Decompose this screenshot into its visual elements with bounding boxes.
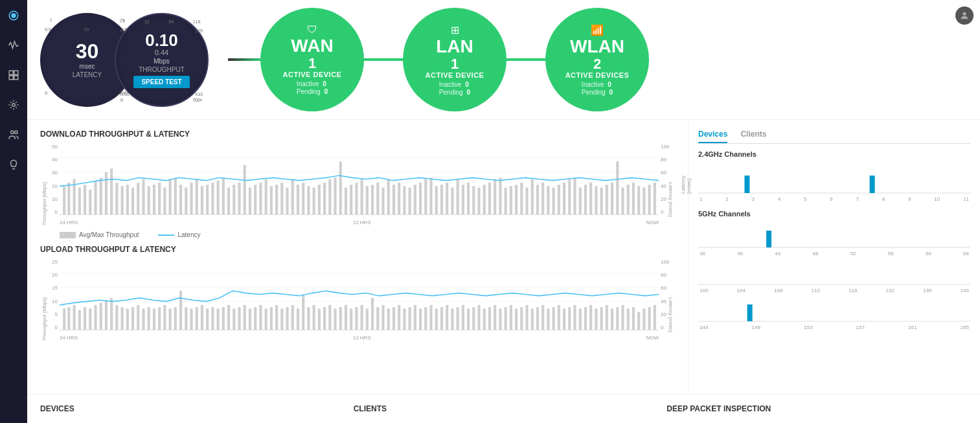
svg-rect-88 <box>462 185 464 214</box>
svg-rect-142 <box>131 307 134 330</box>
upload-chart-area <box>60 259 659 330</box>
svg-rect-144 <box>142 308 144 330</box>
bottom-dpi-title: DEEP PACKET INSPECTION <box>667 404 967 413</box>
upload-section: UPLOAD THROUGHPUT & LATENCY 25 20 15 10 … <box>40 245 675 343</box>
svg-rect-101 <box>531 179 534 215</box>
svg-rect-78 <box>409 188 411 214</box>
wan-shield-icon: 🛡 <box>307 24 317 36</box>
svg-rect-225 <box>573 305 576 330</box>
svg-rect-182 <box>345 305 347 330</box>
svg-rect-212 <box>505 307 507 330</box>
svg-rect-98 <box>515 185 518 214</box>
svg-rect-100 <box>525 188 528 214</box>
svg-rect-14 <box>67 183 70 214</box>
channels-24ghz-chart: Latency [msec] 1 2 3 4 5 6 <box>698 161 970 203</box>
download-chart-container: 50 40 30 20 10 0 100 80 60 40 20 0 <box>40 144 675 228</box>
lan-inactive: Inactive 0 <box>439 81 469 88</box>
chart-legend: Avg/Max Throughput Latency <box>60 231 675 238</box>
wan-title: WAN <box>291 37 333 55</box>
svg-rect-211 <box>499 308 501 330</box>
wlan-stats: Inactive 0 Pending 0 <box>582 81 613 96</box>
bottom-clients-title: CLIENTS <box>354 404 654 413</box>
lan-network-icon: ⊞ <box>451 24 459 36</box>
avatar[interactable] <box>955 6 974 25</box>
svg-rect-175 <box>307 307 310 330</box>
svg-rect-170 <box>280 308 283 330</box>
svg-rect-169 <box>275 305 278 330</box>
svg-rect-21 <box>105 172 108 214</box>
svg-rect-237 <box>637 312 640 330</box>
svg-rect-76 <box>398 183 400 214</box>
svg-rect-57 <box>297 185 299 214</box>
svg-rect-243 <box>870 176 875 193</box>
svg-rect-183 <box>350 308 352 330</box>
svg-rect-65 <box>339 161 342 214</box>
svg-rect-77 <box>403 186 405 214</box>
svg-rect-20 <box>100 177 102 214</box>
svg-rect-224 <box>568 307 571 330</box>
svg-rect-25 <box>126 185 129 214</box>
svg-rect-148 <box>163 305 166 330</box>
svg-rect-115 <box>606 185 608 214</box>
svg-rect-112 <box>589 183 592 214</box>
svg-point-8 <box>15 131 18 134</box>
wlan-sub: ACTIVE DEVICES <box>565 71 630 79</box>
panel-tabs: Devices Clients <box>698 130 970 144</box>
sidebar-icon-home[interactable] <box>5 6 23 25</box>
svg-rect-30 <box>153 185 155 214</box>
tp-tick-0.01: 0.01 <box>120 92 130 97</box>
svg-rect-248 <box>747 304 753 321</box>
svg-rect-131 <box>73 305 76 330</box>
lan-count: 1 <box>451 57 459 71</box>
svg-rect-41 <box>211 183 214 214</box>
svg-rect-152 <box>185 307 187 330</box>
wlan-inactive: Inactive 0 <box>582 81 611 88</box>
channels-5ghz-row2: 100 104 108 112 116 132 136 140 <box>698 258 970 293</box>
svg-rect-133 <box>84 307 86 330</box>
lan-stats: Inactive 0 Pending 0 <box>439 81 470 96</box>
svg-rect-19 <box>94 181 97 214</box>
svg-rect-121 <box>637 186 640 214</box>
channels-24ghz-svg <box>698 161 970 194</box>
sidebar-icon-bulb[interactable] <box>5 155 23 174</box>
tp-tick-54: 54 <box>168 19 174 24</box>
wan-node[interactable]: 🛡 WAN 1 ACTIVE DEVICE Inactive 0 Pending… <box>260 8 364 111</box>
svg-rect-228 <box>589 305 592 330</box>
svg-rect-13 <box>63 186 65 214</box>
tab-clients[interactable]: Clients <box>740 130 766 143</box>
svg-rect-181 <box>339 307 342 330</box>
svg-rect-120 <box>632 183 635 214</box>
svg-rect-149 <box>169 308 172 330</box>
main-content: 7 25 0.9 59 116 30 msec LATENCY 0 200+ <box>27 0 980 423</box>
upload-y-right-label: Latency [msec] <box>668 297 674 332</box>
tab-devices[interactable]: Devices <box>698 130 727 143</box>
svg-rect-4 <box>9 76 13 80</box>
sidebar-icon-map[interactable] <box>5 66 23 84</box>
sidebar-icon-settings[interactable] <box>5 96 23 114</box>
svg-rect-84 <box>440 185 443 214</box>
svg-rect-44 <box>227 188 230 214</box>
channels-5ghz-title: 5GHz Channels <box>698 210 970 218</box>
latency-label: LATENCY <box>73 71 102 78</box>
svg-rect-92 <box>483 185 486 214</box>
wan-count: 1 <box>308 56 316 71</box>
sidebar-icon-users[interactable] <box>5 126 23 144</box>
lan-node[interactable]: ⊞ LAN 1 ACTIVE DEVICE Inactive 0 Pending… <box>403 8 507 111</box>
svg-rect-180 <box>334 308 336 330</box>
sidebar-icon-activity[interactable] <box>5 36 23 54</box>
wan-pending: Pending 0 <box>297 88 328 95</box>
svg-rect-229 <box>595 308 597 330</box>
svg-rect-102 <box>536 185 539 214</box>
download-x-labels: 24 HRS 12 HRS NOW <box>60 216 659 228</box>
svg-rect-3 <box>14 71 18 74</box>
svg-rect-236 <box>632 307 635 330</box>
legend-throughput-label: Avg/Max Throughput <box>79 231 139 238</box>
wlan-node[interactable]: 📶 WLAN 2 ACTIVE DEVICES Inactive 0 Pendi… <box>545 8 649 111</box>
upload-chart-svg <box>60 259 659 330</box>
svg-rect-86 <box>451 188 453 214</box>
svg-rect-140 <box>121 307 124 330</box>
speed-test-button[interactable]: SPEED TEST <box>133 76 189 88</box>
svg-rect-136 <box>100 303 102 330</box>
svg-rect-5 <box>14 76 18 80</box>
download-chart-area <box>60 144 659 215</box>
